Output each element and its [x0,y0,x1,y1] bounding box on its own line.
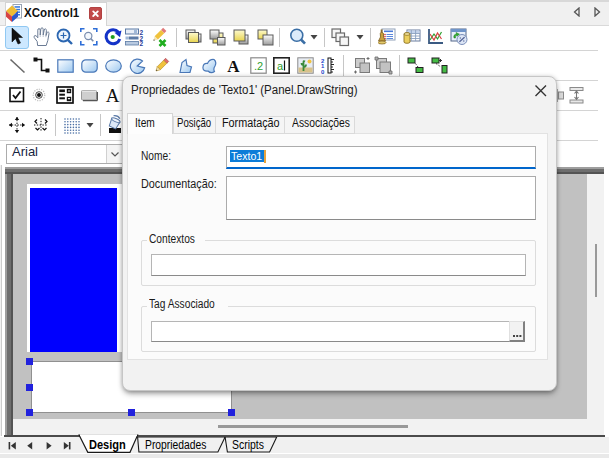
svg-text:A: A [227,57,240,74]
svg-text:2: 2 [140,40,144,46]
svg-text:.2: .2 [254,60,263,72]
svg-text:0: 0 [321,69,325,75]
svg-text:a: a [277,60,284,72]
svg-text:A: A [106,85,120,104]
